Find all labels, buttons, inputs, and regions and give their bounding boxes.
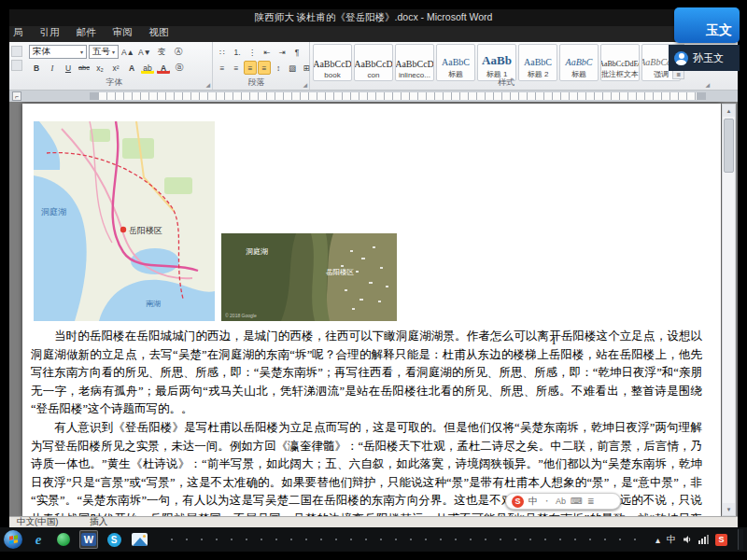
style-item-balloon-text[interactable]: AaBbCcDdEe 批注框文本 (600, 44, 640, 81)
font-group-row1: 宋体 ▾ 五号 ▾ A▲ A▼ 变 Ⓐ (29, 45, 186, 59)
tab-references[interactable]: 引用 (32, 24, 68, 42)
styles-gallery: AaBbCcD book AaBbCcD con AaBbCcD inlinec… (313, 44, 683, 81)
map-image-yueyang: 岳阳楼区 洞庭湖 南湖 (34, 121, 215, 321)
paragraph-1[interactable]: 当时的岳阳楼在岳阳城城门的西边，是城门的西楼，往西可以下瞰洞庭湖湖景。作者怎么可… (31, 328, 702, 419)
font-color-button[interactable]: A (156, 61, 171, 75)
style-item-con[interactable]: AaBbCcD con (354, 44, 393, 81)
taskbar-skype-button[interactable]: S (105, 530, 123, 549)
volume-icon[interactable] (683, 535, 692, 544)
underline-button[interactable]: U (61, 61, 76, 75)
sogou-logo-icon[interactable]: S (512, 496, 524, 508)
italic-button[interactable]: I (45, 61, 60, 75)
font-name-value: 宋体 (33, 46, 50, 58)
scrollbar-thumb[interactable] (724, 119, 734, 173)
ruler-band (90, 92, 706, 100)
ime-keyboard-icon[interactable]: ⌨ (571, 497, 583, 506)
tab-review[interactable]: 审阅 (105, 24, 141, 42)
align-left-button[interactable]: ≡ (216, 61, 229, 75)
tray-input-indicator[interactable]: 中 (667, 533, 676, 546)
align-right-button[interactable]: ≡ (244, 61, 257, 75)
shading-button[interactable]: ▨ (286, 61, 299, 75)
ime-toolbar[interactable]: S 中 ・ Ab ⌨ ≣ (505, 493, 621, 510)
horizontal-ruler[interactable]: ⌐ (9, 91, 738, 102)
bullets-button[interactable]: ∷ (216, 45, 229, 59)
clipboard-icon[interactable] (11, 46, 22, 57)
align-center-button[interactable]: ≡ (230, 61, 243, 75)
style-item-heading1[interactable]: AaBb 标题 1 (477, 44, 516, 81)
phonetic-guide-button[interactable]: 变 (154, 45, 169, 59)
document-page[interactable]: 岳阳楼区 洞庭湖 南湖 (22, 104, 721, 516)
qq-contact-row[interactable]: 孙玉文 (669, 45, 740, 71)
show-marks-button[interactable]: ¶ (290, 45, 303, 59)
document-text[interactable]: 当时的岳阳楼在岳阳城城门的西边，是城门的西楼，往西可以下瞰洞庭湖湖景。作者怎么可… (31, 328, 702, 516)
style-item-subtitle[interactable]: AaBbC 标题 (559, 44, 599, 81)
taskbar-green-app-button[interactable] (54, 530, 73, 549)
tab-page-layout-partial[interactable]: 局 (11, 24, 32, 42)
ime-toolbox-icon[interactable]: ≣ (587, 497, 595, 506)
qq-badge-name: 玉文 (706, 22, 732, 39)
font-size-combobox[interactable]: 五号 ▾ (89, 45, 119, 59)
font-name-combobox[interactable]: 宋体 ▾ (29, 45, 87, 59)
taskbar-word-button[interactable]: W (79, 530, 98, 549)
superscript-button[interactable]: x² (108, 61, 123, 75)
taskbar-photos-button[interactable] (130, 530, 148, 549)
paragraph-group-row2: ≡ ≡ ≡ ≡ ↕ ▨ ⊞ (216, 61, 313, 75)
style-item-title[interactable]: AaBbC 标题 (436, 44, 475, 81)
ime-mode-chinese[interactable]: 中 (529, 495, 538, 508)
format-painter-icon[interactable] (11, 60, 22, 71)
font-size-value: 五号 (92, 46, 110, 58)
chevron-down-icon[interactable]: ▾ (80, 49, 83, 55)
numbering-button[interactable]: 1. (231, 45, 244, 59)
scroll-up-icon[interactable]: ▲ (723, 105, 735, 117)
dialog-launcher-icon[interactable]: ◢ (205, 82, 210, 88)
grow-font-button[interactable]: A▲ (120, 45, 135, 59)
sogou-tray-icon[interactable]: S (715, 534, 727, 546)
paragraph-group-row1: ∷ 1. ⋮ ⇤ ⇥ ¶ (216, 45, 303, 59)
qq-contact-name: 孙玉文 (693, 51, 724, 65)
text-effects-button[interactable]: A (124, 61, 139, 75)
satellite-label-district: 岳阳楼区 (326, 268, 355, 276)
bold-button[interactable]: B (29, 61, 44, 75)
style-item-book[interactable]: AaBbCcD book (313, 44, 352, 81)
subscript-button[interactable]: x₂ (92, 61, 107, 75)
increase-indent-button[interactable]: ⇥ (275, 45, 289, 59)
qq-docked-badge[interactable]: 玉文 (674, 7, 740, 43)
scroll-down-icon[interactable]: ▼ (723, 503, 735, 515)
shrink-font-button[interactable]: A▼ (137, 45, 152, 59)
decrease-indent-button[interactable]: ⇤ (261, 45, 274, 59)
ruler-left-margin[interactable] (90, 92, 99, 100)
character-border-button[interactable]: Ⓐ (171, 45, 186, 59)
system-tray: ▴ 中 S (655, 529, 743, 550)
tray-chevron-icon[interactable]: ▴ (655, 535, 660, 545)
skype-icon: S (107, 533, 121, 547)
tab-view[interactable]: 视图 (141, 24, 177, 42)
style-item-inlineco[interactable]: AaBbCcD inlineco... (395, 44, 434, 81)
enclose-character-button[interactable]: ⓐ (172, 61, 187, 75)
network-icon[interactable] (698, 535, 709, 544)
justify-button[interactable]: ≡ (258, 61, 271, 75)
start-button[interactable] (4, 530, 22, 549)
ie-icon: e (35, 532, 42, 548)
font-group-row2: B I U abc x₂ x² A ab A ⓐ (29, 61, 187, 75)
taskbar-ie-button[interactable]: e (29, 530, 48, 549)
multilevel-list-button[interactable]: ⋮ (246, 45, 259, 59)
show-desktop-button[interactable] (738, 529, 743, 550)
dialog-launcher-icon[interactable]: ◢ (303, 82, 307, 88)
chevron-down-icon[interactable]: ▾ (112, 49, 115, 55)
window-title: 陕西师大 谈杜甫的《登岳阳楼》.docx - Microsoft Word (255, 11, 493, 24)
dialog-launcher-icon[interactable]: ◢ (705, 82, 710, 88)
style-item-heading2[interactable]: AaBbC 标题 2 (518, 44, 557, 81)
line-spacing-button[interactable]: ↕ (272, 61, 285, 75)
satellite-label-lake: 洞庭湖 (246, 247, 268, 256)
vertical-scrollbar[interactable]: ▲ ▼ (722, 104, 736, 516)
tab-mailings[interactable]: 邮件 (68, 24, 105, 42)
clipboard-group-partial (11, 46, 24, 71)
strikethrough-button[interactable]: abc (77, 61, 92, 75)
highlight-color-button[interactable]: ab (140, 61, 155, 75)
ime-punctuation-icon[interactable]: ・ (543, 496, 551, 508)
ruler-right-margin[interactable] (697, 92, 706, 100)
tab-selector-icon[interactable]: ⌐ (12, 91, 21, 101)
word-icon: W (81, 533, 96, 546)
ime-language-icon[interactable]: Ab (556, 497, 566, 506)
styles-group-label: 样式 (310, 77, 702, 89)
